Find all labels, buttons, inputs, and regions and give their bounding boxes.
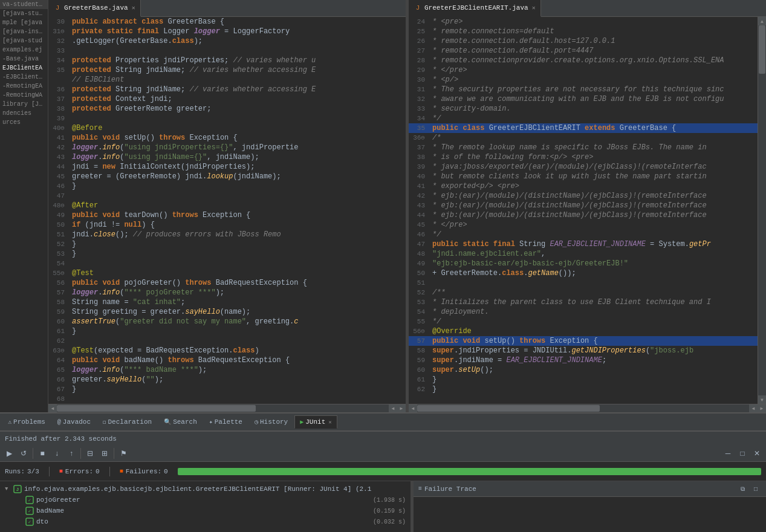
code-line: 51 jndi.close(); // produces errors with… bbox=[48, 230, 406, 239]
code-line: 52 /** bbox=[409, 288, 758, 297]
left-tab-close[interactable]: ✕ bbox=[132, 4, 135, 11]
tree-test-time-1: (1.938 s) bbox=[373, 497, 406, 504]
code-line: 46 */ bbox=[409, 230, 758, 239]
collapse-all-button[interactable]: ⊟ bbox=[83, 447, 97, 460]
h-scroll-left-btn-right[interactable]: ◀ bbox=[409, 404, 417, 412]
right-editor-tab[interactable]: J GreeterEJBClientEARIT.java ✕ bbox=[409, 0, 541, 17]
code-line: 43 logger.info("using jndiName={}", jndi… bbox=[48, 152, 406, 162]
right-code-area[interactable]: 24 * <pre> 25 * remote.connections=defau… bbox=[409, 17, 758, 404]
left-code-lines: 30public abstract class GreeterBase { 31… bbox=[48, 17, 406, 404]
tree-item-badname[interactable]: ✓ badName (0.159 s) bbox=[2, 505, 408, 516]
code-line: 47 public static final String EAR_EJBCLI… bbox=[409, 239, 758, 249]
stat-sep-2 bbox=[109, 467, 110, 476]
left-tab-label: GreeterBase.java bbox=[64, 4, 128, 11]
left-editor-tab[interactable]: J GreeterBase.java ✕ bbox=[48, 0, 141, 17]
minimize-button[interactable]: ─ bbox=[721, 447, 735, 460]
code-line: 51 bbox=[409, 278, 758, 288]
failure-trace-expand-btn[interactable]: □ bbox=[750, 484, 761, 495]
code-line: 65 logger.info("*** badName ***"); bbox=[48, 365, 406, 375]
errors-value: 0 bbox=[96, 468, 100, 475]
h-scroll-left-btn[interactable]: ◀ bbox=[48, 404, 57, 412]
svg-text:✓: ✓ bbox=[28, 498, 31, 503]
right-v-scrollbar[interactable]: ▲ ▼ bbox=[758, 17, 766, 404]
code-line: 55 */ bbox=[409, 317, 758, 326]
right-h-nav-prev[interactable]: ◀ bbox=[749, 404, 758, 412]
junit-panel: ▶ ↺ ■ ↓ ↑ ⊟ ⊞ ⚑ ─ □ ✕ Runs: 3/3 bbox=[0, 446, 766, 532]
tab-declaration-label: Declaration bbox=[108, 418, 152, 426]
tree-toggle-root[interactable]: ▼ bbox=[5, 486, 11, 492]
code-line: 32 * aware we are communicating with an … bbox=[409, 94, 758, 104]
tree-item-dto[interactable]: ✓ dto (0.032 s) bbox=[2, 516, 408, 527]
tree-test-label-1: pojoGreeter bbox=[36, 496, 371, 504]
close-panel-button[interactable]: ✕ bbox=[750, 447, 764, 460]
scroll-up-btn[interactable]: ▲ bbox=[758, 17, 766, 25]
code-line: 58 String name = "cat inhat"; bbox=[48, 297, 406, 307]
code-line: 61 } bbox=[48, 326, 406, 336]
sidebar-item-3[interactable]: [ejava-instr bbox=[0, 27, 48, 36]
code-line: 54 * deployment. bbox=[409, 307, 758, 317]
next-failure-button[interactable]: ↓ bbox=[50, 447, 63, 460]
sidebar-item-4[interactable]: [ejava-stud bbox=[0, 36, 48, 45]
h-nav-next[interactable]: ▶ bbox=[397, 404, 406, 412]
sidebar-item-6[interactable]: -Base.java bbox=[0, 54, 48, 63]
right-h-scroll-track[interactable] bbox=[417, 404, 749, 412]
expand-all-button[interactable]: ⊞ bbox=[98, 447, 111, 460]
java-file-icon-right: J bbox=[414, 4, 422, 12]
rerun-failed-button[interactable]: ↺ bbox=[17, 447, 30, 460]
sidebar-item-12[interactable]: ndencies bbox=[0, 109, 48, 118]
rerun-button[interactable]: ▶ bbox=[2, 447, 16, 460]
runs-label: Runs: bbox=[5, 468, 25, 475]
tab-palette[interactable]: ✦ Palette bbox=[204, 415, 248, 429]
sidebar-item-2[interactable]: mple [ejava bbox=[0, 18, 48, 27]
sidebar-item-13[interactable]: urces bbox=[0, 118, 48, 127]
sidebar-item-1[interactable]: [ejava-stude bbox=[0, 9, 48, 18]
tab-history[interactable]: ◷ History bbox=[249, 415, 293, 429]
code-line: 30 * <p/> bbox=[409, 75, 758, 85]
tree-item-root[interactable]: ▼ J info.ejava.examples.ejb.basicejb.ejb… bbox=[2, 484, 408, 495]
sidebar-item-8[interactable]: -EJBClientWA bbox=[0, 73, 48, 82]
code-line: 59 String greeting = greeter.sayHello(na… bbox=[48, 307, 406, 317]
right-h-scrollbar[interactable]: ◀ ◀ ▶ bbox=[409, 404, 766, 412]
filter-button[interactable]: ⚑ bbox=[117, 447, 130, 460]
failure-trace-copy-btn[interactable]: ⧉ bbox=[737, 484, 748, 495]
code-line: 55⊖ @Test bbox=[48, 268, 406, 278]
left-code-area[interactable]: 30public abstract class GreeterBase { 31… bbox=[48, 17, 406, 404]
right-h-nav-next[interactable]: ▶ bbox=[758, 404, 766, 412]
right-editor-panel: J GreeterEJBClientEARIT.java ✕ 24 * <pre… bbox=[409, 0, 766, 412]
code-line: 37 protected Context jndi; bbox=[48, 94, 406, 104]
right-tab-close[interactable]: ✕ bbox=[532, 4, 536, 11]
sidebar-item-0[interactable]: va-student n bbox=[0, 0, 48, 9]
prev-failure-button[interactable]: ↑ bbox=[65, 447, 78, 460]
tab-declaration[interactable]: ◻ Declaration bbox=[97, 415, 157, 429]
tab-javadoc[interactable]: @ Javadoc bbox=[52, 415, 96, 429]
h-scroll-track[interactable] bbox=[57, 404, 389, 412]
code-line: 38 * is of the following form:<p/> <pre> bbox=[409, 152, 758, 162]
h-nav-prev[interactable]: ◀ bbox=[389, 404, 397, 412]
sidebar-item-9[interactable]: -RemotingEA bbox=[0, 82, 48, 91]
failure-panel-header: ≡ Failure Trace ⧉ □ bbox=[414, 481, 766, 497]
tab-junit[interactable]: ▶ JUnit ✕ bbox=[294, 415, 337, 429]
tab-problems[interactable]: ⚠ Problems bbox=[2, 415, 51, 429]
junit-tab-close[interactable]: ✕ bbox=[328, 419, 331, 426]
code-line: 49 public void tearDown() throws Excepti… bbox=[48, 210, 406, 220]
code-line: 44 * ejb:(ear)/(module)/(distinctName)/(… bbox=[409, 210, 758, 220]
failures-icon: ■ bbox=[120, 468, 123, 475]
tree-item-pojogreeter[interactable]: ✓ pojoGreeter (1.938 s) bbox=[2, 495, 408, 505]
tab-search-label: Search bbox=[173, 418, 197, 426]
code-line: 30public abstract class GreeterBase { bbox=[48, 17, 406, 27]
sidebar-item-10[interactable]: -RemotingWA bbox=[0, 91, 48, 100]
sidebar-item-11[interactable]: library [JavaS bbox=[0, 100, 48, 109]
sidebar-item-5[interactable]: examples.ej bbox=[0, 45, 48, 54]
sidebar-item-7[interactable]: EJBClientEA bbox=[0, 63, 48, 73]
tab-search[interactable]: 🔍 Search bbox=[158, 415, 203, 429]
junit-tree[interactable]: ▼ J info.ejava.examples.ejb.basicejb.ejb… bbox=[0, 481, 411, 532]
right-h-scroll-thumb bbox=[417, 405, 600, 412]
left-h-scrollbar[interactable]: ◀ ◀ ▶ bbox=[48, 404, 406, 412]
junit-content: ▼ J info.ejava.examples.ejb.basicejb.ejb… bbox=[0, 481, 766, 532]
maximize-button[interactable]: □ bbox=[736, 447, 749, 460]
scroll-down-btn[interactable]: ▼ bbox=[758, 395, 766, 404]
junit-tree-panel: ▼ J info.ejava.examples.ejb.basicejb.ejb… bbox=[0, 481, 411, 532]
history-icon: ◷ bbox=[255, 418, 258, 426]
junit-icon: ▶ bbox=[300, 418, 303, 426]
stop-button[interactable]: ■ bbox=[36, 447, 49, 460]
